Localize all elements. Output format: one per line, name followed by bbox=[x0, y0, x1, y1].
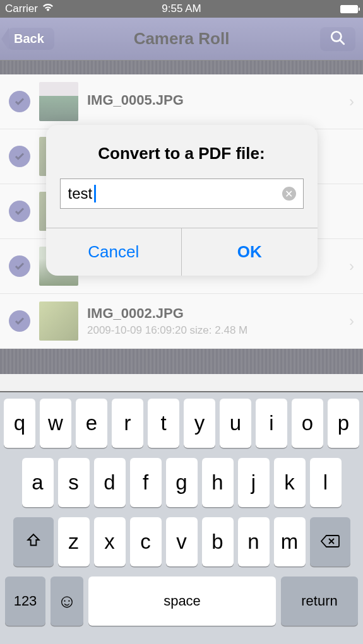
key-a[interactable]: a bbox=[22, 458, 54, 507]
key-x[interactable]: x bbox=[94, 517, 126, 566]
key-h[interactable]: h bbox=[202, 458, 234, 507]
key-y[interactable]: y bbox=[184, 399, 215, 448]
key-k[interactable]: k bbox=[274, 458, 306, 507]
keyboard: qwertyuiop asdfghjkl zxcvbnm 123 ☺ space… bbox=[0, 392, 363, 644]
key-q[interactable]: q bbox=[4, 399, 35, 448]
key-r[interactable]: r bbox=[112, 399, 143, 448]
backspace-key[interactable] bbox=[310, 517, 350, 566]
numeric-key[interactable]: 123 bbox=[5, 577, 45, 626]
emoji-key[interactable]: ☺ bbox=[51, 577, 83, 626]
shift-icon bbox=[25, 530, 42, 554]
key-u[interactable]: u bbox=[220, 399, 251, 448]
key-l[interactable]: l bbox=[310, 458, 342, 507]
key-g[interactable]: g bbox=[166, 458, 198, 507]
key-b[interactable]: b bbox=[202, 517, 234, 566]
key-t[interactable]: t bbox=[148, 399, 179, 448]
alert-dialog: Convert to a PDF file: ✕ Cancel OK bbox=[46, 125, 318, 276]
ok-button[interactable]: OK bbox=[181, 228, 318, 276]
key-o[interactable]: o bbox=[292, 399, 323, 448]
alert-title: Convert to a PDF file: bbox=[46, 125, 318, 179]
key-p[interactable]: p bbox=[328, 399, 359, 448]
key-n[interactable]: n bbox=[238, 517, 270, 566]
key-d[interactable]: d bbox=[94, 458, 126, 507]
key-s[interactable]: s bbox=[58, 458, 90, 507]
space-key[interactable]: space bbox=[88, 577, 276, 626]
shift-key[interactable] bbox=[13, 517, 54, 566]
key-v[interactable]: v bbox=[166, 517, 198, 566]
key-e[interactable]: e bbox=[76, 399, 107, 448]
key-i[interactable]: i bbox=[256, 399, 287, 448]
key-f[interactable]: f bbox=[130, 458, 162, 507]
key-m[interactable]: m bbox=[274, 517, 306, 566]
emoji-icon: ☺ bbox=[57, 590, 77, 612]
text-caret bbox=[94, 185, 96, 202]
key-w[interactable]: w bbox=[40, 399, 71, 448]
cancel-button[interactable]: Cancel bbox=[46, 228, 182, 276]
clear-input-button[interactable]: ✕ bbox=[282, 187, 296, 201]
filename-input[interactable] bbox=[60, 179, 304, 209]
close-icon: ✕ bbox=[285, 188, 293, 200]
return-key[interactable]: return bbox=[281, 577, 358, 626]
key-j[interactable]: j bbox=[238, 458, 270, 507]
key-c[interactable]: c bbox=[130, 517, 162, 566]
key-z[interactable]: z bbox=[58, 517, 90, 566]
backspace-icon bbox=[320, 530, 340, 554]
